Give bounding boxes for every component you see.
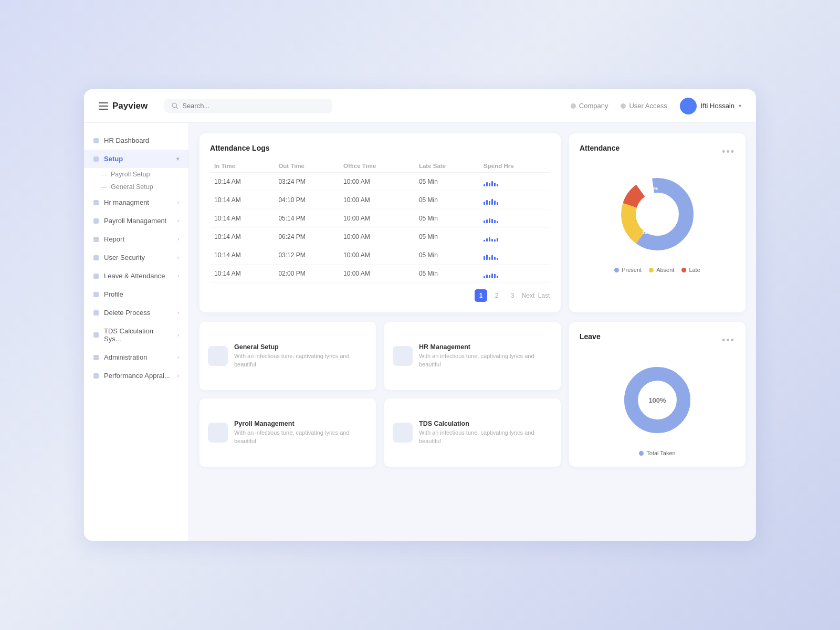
- attendance-chart-card: Attendance ••• 60% 2: [569, 133, 746, 312]
- quick-card-desc: With an infectious tune, captivating lyr…: [419, 429, 552, 445]
- quick-card-text: Pyroll Management With an infectious tun…: [234, 420, 368, 445]
- chevron-right-icon: ›: [177, 373, 179, 379]
- payroll-card-icon: [208, 423, 228, 443]
- table-cell: 10:00 AM: [339, 209, 415, 228]
- spend-hrs-bar: [479, 246, 550, 265]
- sidebar-item-label: Administration: [104, 353, 147, 361]
- sidebar-item-tds-calculation[interactable]: TDS Calculation Sys... ›: [84, 322, 188, 348]
- company-label: Company: [579, 102, 608, 110]
- sidebar-item-label: TDS Calculation Sys...: [104, 327, 172, 343]
- quick-links-section: General Setup With an infectious tune, c…: [200, 322, 561, 467]
- last-page-button[interactable]: Last: [538, 289, 550, 302]
- delete-icon: [93, 310, 99, 316]
- quick-card-general-setup[interactable]: General Setup With an infectious tune, c…: [200, 322, 376, 390]
- table-cell: 10:00 AM: [339, 228, 415, 246]
- quick-card-text: HR Management With an infectious tune, c…: [419, 343, 552, 369]
- sidebar-item-delete-process[interactable]: Delete Process ›: [84, 303, 188, 322]
- table-cell: 10:00 AM: [339, 173, 415, 191]
- tds-card-icon: [393, 423, 413, 443]
- app-title: Payview: [112, 101, 148, 111]
- table-cell: 10:00 AM: [339, 265, 415, 283]
- present-label: Present: [622, 267, 642, 273]
- sidebar-item-leave-attendance[interactable]: Leave & Attendance ›: [84, 267, 188, 285]
- user-security-icon: [93, 255, 99, 260]
- table-row: 10:14 AM03:24 PM10:00 AM05 Min: [210, 173, 550, 191]
- search-icon: [172, 102, 178, 109]
- svg-text:100%: 100%: [648, 396, 666, 404]
- page-1-button[interactable]: 1: [475, 289, 487, 302]
- sidebar-item-hr-management[interactable]: Hr managment ›: [84, 193, 188, 212]
- sidebar-item-label: Setup: [104, 155, 123, 163]
- sidebar-item-payroll-management[interactable]: Payroll Managament ›: [84, 212, 188, 230]
- user-access-dot: [621, 103, 626, 109]
- quick-card-hr-management[interactable]: HR Management With an infectious tune, c…: [384, 322, 561, 390]
- profile-icon: [93, 292, 99, 297]
- total-taken-dot: [639, 451, 644, 456]
- absent-label: Absent: [656, 267, 674, 273]
- sidebar-item-setup[interactable]: Setup ▾: [84, 150, 188, 168]
- sidebar-item-general-setup[interactable]: — General Setup: [84, 181, 188, 193]
- chart-menu-icon[interactable]: •••: [722, 146, 735, 158]
- table-row: 10:14 AM04:10 PM10:00 AM05 Min: [210, 191, 550, 209]
- user-menu[interactable]: Ifti Hossain ▾: [680, 98, 741, 114]
- setup-icon: [93, 156, 99, 162]
- search-input[interactable]: [182, 102, 325, 110]
- sidebar-item-administration[interactable]: Administration ›: [84, 348, 188, 366]
- table-cell: 06:24 PM: [274, 228, 339, 246]
- sidebar-item-payroll-setup[interactable]: — Payroll Setup: [84, 168, 188, 181]
- sidebar-item-user-security[interactable]: User Security ›: [84, 248, 188, 267]
- quick-card-desc: With an infectious tune, captivating lyr…: [234, 429, 368, 445]
- chevron-right-icon: ›: [177, 332, 179, 338]
- col-spend-hrs: Spend Hrs: [479, 160, 550, 173]
- page-2-button[interactable]: 2: [490, 289, 503, 302]
- search-bar[interactable]: [164, 99, 332, 113]
- col-out-time: Out Time: [274, 160, 339, 173]
- page-3-button[interactable]: 3: [506, 289, 519, 302]
- attendance-legend: Present Absent Late: [580, 267, 735, 273]
- sidebar-item-label: User Security: [104, 254, 145, 261]
- sidebar-item-label: Leave & Attendance: [104, 272, 165, 280]
- next-page-button[interactable]: Next: [522, 289, 534, 302]
- user-access-nav[interactable]: User Access: [621, 102, 667, 110]
- attendance-donut-wrapper: 60% 20% 10%: [580, 167, 735, 261]
- sidebar-item-performance-appraisal[interactable]: Performance Apprai... ›: [84, 366, 188, 385]
- spend-hrs-bar: [479, 173, 550, 191]
- table-cell: 10:00 AM: [339, 191, 415, 209]
- quick-card-tds-calculation[interactable]: TDS Calculation With an infectious tune,…: [384, 398, 561, 467]
- tds-icon: [93, 332, 99, 338]
- col-late-sate: Late Sate: [415, 160, 479, 173]
- leave-legend: Total Taken: [580, 450, 735, 456]
- table-cell: 05 Min: [415, 265, 479, 283]
- table-cell: 04:10 PM: [274, 191, 339, 209]
- sidebar-item-label: Payroll Setup: [111, 171, 150, 178]
- hamburger-icon[interactable]: [99, 102, 108, 110]
- sidebar-item-profile[interactable]: Profile: [84, 285, 188, 303]
- leave-chart-menu-icon[interactable]: •••: [722, 335, 735, 346]
- top-cards-row: Attendance Logs In Time Out Time Office …: [200, 133, 746, 312]
- table-cell: 05 Min: [415, 173, 479, 191]
- present-dot: [614, 268, 619, 272]
- user-name: Ifti Hossain: [701, 102, 734, 110]
- sidebar-item-label: Hr managment: [104, 198, 149, 206]
- header: Payview Company User Access Ifti Hossain…: [84, 89, 756, 123]
- table-row: 10:14 AM02:00 PM10:00 AM05 Min: [210, 265, 550, 283]
- attendance-logs-card: Attendance Logs In Time Out Time Office …: [200, 133, 561, 312]
- table-cell: 10:14 AM: [210, 265, 274, 283]
- table-cell: 03:12 PM: [274, 246, 339, 265]
- quick-card-payroll-management[interactable]: Pyroll Management With an infectious tun…: [200, 398, 376, 467]
- sidebar-item-hr-dashboard[interactable]: HR Dashboard: [84, 131, 188, 150]
- legend-present: Present: [614, 267, 642, 273]
- company-nav[interactable]: Company: [571, 102, 608, 110]
- quick-card-text: TDS Calculation With an infectious tune,…: [419, 420, 552, 445]
- spend-hrs-bar: [479, 209, 550, 228]
- sidebar-item-report[interactable]: Report ›: [84, 230, 188, 248]
- total-taken-label: Total Taken: [646, 450, 675, 456]
- sidebar-item-label: Payroll Managament: [104, 217, 166, 225]
- report-icon: [93, 237, 99, 242]
- sidebar-item-label: Profile: [104, 290, 123, 298]
- sidebar-item-label: Performance Apprai...: [104, 372, 170, 380]
- chevron-down-icon: ▾: [739, 103, 741, 109]
- absent-dot: [649, 268, 654, 272]
- svg-text:10%: 10%: [648, 186, 658, 191]
- table-cell: 02:00 PM: [274, 265, 339, 283]
